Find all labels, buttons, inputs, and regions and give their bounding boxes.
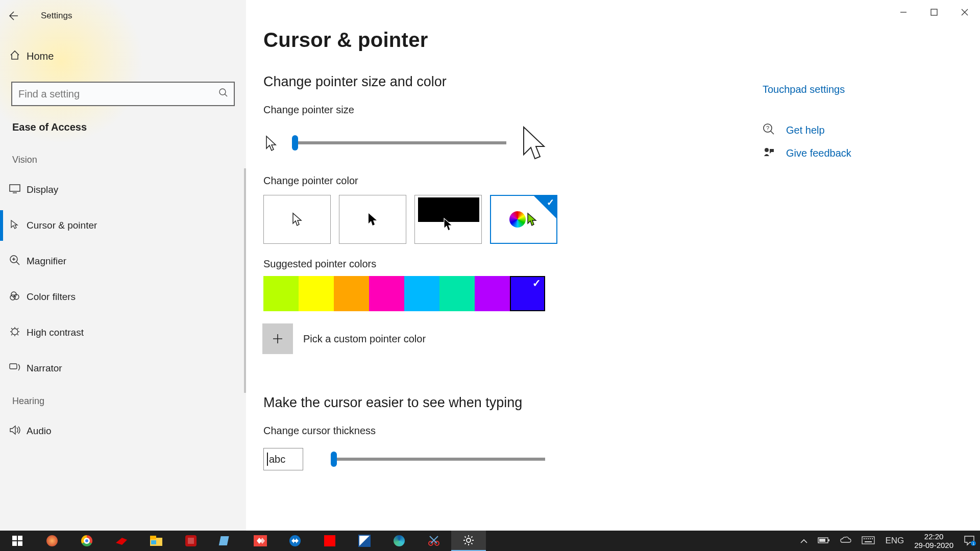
color-swatch[interactable] xyxy=(263,276,299,311)
close-button[interactable] xyxy=(949,2,980,22)
high-contrast-icon xyxy=(9,326,27,340)
color-swatch[interactable] xyxy=(404,276,439,311)
search-icon xyxy=(213,88,234,100)
tray-keyboard-icon[interactable] xyxy=(856,536,880,546)
edge-icon xyxy=(394,535,405,546)
start-button[interactable] xyxy=(0,531,35,551)
svg-point-5 xyxy=(10,295,15,300)
color-swatch[interactable] xyxy=(439,276,475,311)
pick-custom-color-button[interactable] xyxy=(262,323,293,354)
taskbar-app-edge[interactable] xyxy=(382,531,416,551)
snip-icon xyxy=(428,535,440,546)
pointer-color-custom[interactable] xyxy=(490,195,557,244)
svg-rect-29 xyxy=(819,539,825,542)
svg-rect-36 xyxy=(865,541,872,542)
cursor-pointer-icon xyxy=(9,219,27,233)
teamviewer-icon xyxy=(289,535,301,546)
taskbar-app-settings[interactable] xyxy=(451,531,486,551)
svg-rect-8 xyxy=(931,9,937,15)
color-swatch[interactable] xyxy=(369,276,404,311)
sidebar-item-label: Audio xyxy=(27,425,52,437)
pdf-icon xyxy=(185,535,197,546)
label-pointer-color: Change pointer color xyxy=(263,175,980,187)
tray-onedrive-icon[interactable] xyxy=(835,536,856,546)
minimize-button[interactable] xyxy=(888,2,919,22)
sidebar-item-label: Cursor & pointer xyxy=(27,220,97,231)
cursor-inverted-icon xyxy=(442,217,454,232)
suggested-color-swatches xyxy=(263,276,980,311)
gear-icon xyxy=(463,535,474,546)
sidebar-item-display[interactable]: Display xyxy=(0,174,246,205)
red-square-icon xyxy=(324,535,335,546)
notepad-icon xyxy=(220,535,231,546)
color-filters-icon xyxy=(9,290,27,304)
sidebar-item-cursor-pointer[interactable]: Cursor & pointer xyxy=(0,210,246,241)
color-swatch[interactable] xyxy=(475,276,510,311)
taskbar-app-pdf[interactable] xyxy=(174,531,208,551)
plus-icon xyxy=(272,333,283,344)
svg-rect-7 xyxy=(10,364,17,369)
chrome-icon xyxy=(81,535,92,546)
back-button[interactable] xyxy=(0,3,26,29)
sidebar-item-color-filters[interactable]: Color filters xyxy=(0,282,246,312)
sidebar-item-audio[interactable]: Audio xyxy=(0,416,246,446)
maximize-button[interactable] xyxy=(919,2,949,22)
get-help-link[interactable]: Get help xyxy=(786,124,825,136)
svg-rect-14 xyxy=(12,541,17,546)
tray-overflow[interactable] xyxy=(795,537,813,545)
tray-clock[interactable]: 22:20 29-09-2020 xyxy=(909,532,959,549)
color-swatch[interactable] xyxy=(510,276,545,311)
sidebar-home[interactable]: Home xyxy=(0,41,246,71)
svg-rect-18 xyxy=(151,540,156,544)
sidebar-item-label: Color filters xyxy=(27,291,76,303)
magnifier-icon xyxy=(9,255,27,268)
taskbar-app-image-viewer[interactable] xyxy=(347,531,382,551)
section-vision: Vision xyxy=(0,147,246,174)
sidebar-item-high-contrast[interactable]: High contrast xyxy=(0,317,246,348)
taskbar-app-snip[interactable] xyxy=(416,531,451,551)
taskbar-app-huawei[interactable] xyxy=(35,531,69,551)
color-swatch[interactable] xyxy=(334,276,369,311)
color-wheel-icon xyxy=(509,211,526,228)
pointer-color-black[interactable] xyxy=(339,195,406,244)
touchpad-settings-link[interactable]: Touchpad settings xyxy=(763,84,905,95)
heading-cursor-thickness: Make the cursor easier to see when typin… xyxy=(263,395,980,411)
taskbar-app-file-explorer[interactable] xyxy=(139,531,174,551)
tray-battery-icon[interactable] xyxy=(813,537,835,545)
get-help-icon: ? xyxy=(763,123,776,138)
slider-thumb[interactable] xyxy=(292,135,298,151)
sidebar-item-magnifier[interactable]: Magnifier xyxy=(0,246,246,277)
svg-rect-17 xyxy=(150,536,156,539)
pointer-size-slider[interactable] xyxy=(292,141,506,144)
selected-check-icon xyxy=(534,196,556,218)
sidebar-item-narrator[interactable]: Narrator xyxy=(0,353,246,384)
home-icon xyxy=(9,49,27,63)
color-swatch[interactable] xyxy=(299,276,334,311)
svg-rect-34 xyxy=(870,538,871,539)
slider-thumb[interactable] xyxy=(331,452,337,467)
sidebar-item-label: High contrast xyxy=(27,327,84,338)
pointer-color-inverted[interactable] xyxy=(414,195,482,244)
search-box[interactable] xyxy=(11,82,235,106)
svg-text:?: ? xyxy=(766,125,769,131)
taskbar-app-notepad[interactable] xyxy=(208,531,243,551)
give-feedback-link[interactable]: Give feedback xyxy=(786,147,851,159)
taskbar-app-teamviewer[interactable] xyxy=(278,531,312,551)
svg-rect-20 xyxy=(188,538,194,544)
cursor-thickness-slider[interactable] xyxy=(331,458,545,461)
search-input[interactable] xyxy=(12,88,213,100)
taskbar-app-ccleaner[interactable] xyxy=(104,531,139,551)
tray-action-center[interactable]: 1 xyxy=(959,535,980,547)
pointer-color-white[interactable] xyxy=(263,195,331,244)
svg-rect-33 xyxy=(868,538,869,539)
sidebar: Settings Home Ease of Access Vision Disp… xyxy=(0,0,246,531)
taskbar-app-anydesk[interactable] xyxy=(243,531,278,551)
tray-language[interactable]: ENG xyxy=(880,536,909,546)
taskbar-app-red[interactable] xyxy=(312,531,347,551)
section-hearing: Hearing xyxy=(0,389,246,416)
sidebar-home-label: Home xyxy=(27,51,54,62)
label-cursor-thickness: Change cursor thickness xyxy=(263,425,980,437)
taskbar-app-chrome[interactable] xyxy=(69,531,104,551)
back-arrow-icon xyxy=(8,11,18,21)
pick-custom-color-label: Pick a custom pointer color xyxy=(303,333,426,345)
